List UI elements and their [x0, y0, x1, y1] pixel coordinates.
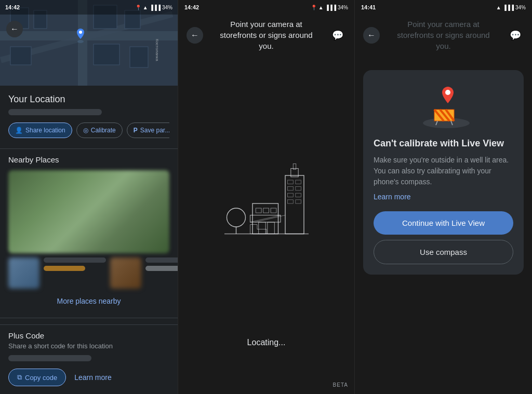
plus-code-title: Plus Code [8, 331, 169, 340]
location-address-blur [8, 109, 102, 115]
status-icons-panel3: ▲ ▐▐▐ 34% [496, 5, 526, 10]
location-icon: 📍 [135, 5, 141, 10]
wifi-icon-p2: ▲ [318, 5, 324, 10]
nearby-thumb-2 [110, 257, 141, 289]
dialog-learn-more[interactable]: Learn more [374, 193, 411, 201]
chat-icon-p2: 💬 [332, 30, 343, 41]
back-button-panel2[interactable]: ← [187, 27, 203, 44]
panel-cant-calibrate: 14:41 ▲ ▐▐▐ 34% ← Point your camera at s… [355, 0, 532, 394]
svg-point-46 [445, 90, 450, 95]
your-location-section: Your Location 👤 Share location ◎ Calibra… [0, 86, 178, 142]
camera-instruction: Point your camera at storefronts or sign… [203, 19, 329, 51]
time-panel1: 14:42 [5, 4, 20, 10]
learn-more-link-plus-code[interactable]: Learn more [74, 373, 112, 382]
chat-button-panel3[interactable]: 💬 [507, 27, 524, 44]
location-icon-p2: 📍 [311, 5, 317, 10]
divider-1 [0, 148, 178, 149]
nearby-places-section: Nearby Places [0, 155, 178, 289]
camera-instruction-p3: Point your camera at storefronts or sign… [380, 19, 507, 51]
use-compass-button[interactable]: Use compass [374, 240, 513, 264]
time-panel3: 14:41 [361, 4, 376, 10]
panel2-header: ← Point your camera at storefronts or si… [178, 15, 354, 60]
plus-code-actions: ⧉ Copy code Learn more [8, 369, 169, 386]
svg-rect-33 [287, 193, 293, 197]
back-icon-p3: ← [367, 31, 376, 40]
copy-code-button[interactable]: ⧉ Copy code [8, 369, 66, 386]
nearby-name-blur-1 [44, 257, 106, 263]
panel-your-location: Костоланка 14:42 📍 ▲ ▐▐▐ 34% ← Your Loca… [0, 0, 178, 394]
svg-point-13 [79, 31, 82, 34]
status-bar-panel2: 14:42 📍 ▲ ▐▐▐ 34% [178, 0, 354, 15]
dialog-description: Make sure you're outside in a well lit a… [374, 155, 513, 187]
share-label: Share location [25, 127, 65, 134]
chat-icon-p3: 💬 [510, 30, 521, 41]
svg-line-19 [250, 215, 281, 223]
save-label: Save par... [140, 127, 169, 134]
calibrate-label: Calibrate [91, 127, 116, 134]
share-icon: 👤 [15, 127, 23, 134]
nearby-rating-1 [44, 266, 85, 271]
nearby-info-1 [44, 257, 106, 289]
calibration-error-svg [413, 83, 475, 129]
status-bar-panel3: 14:41 ▲ ▐▐▐ 34% [355, 0, 532, 15]
parking-icon: P [134, 127, 138, 134]
svg-rect-21 [258, 222, 265, 234]
panel-locating: 14:42 📍 ▲ ▐▐▐ 34% ← Point your camera at… [178, 0, 355, 394]
battery-panel1: 34% [162, 5, 172, 10]
more-places-button[interactable]: More places nearby [0, 291, 178, 311]
divider-2 [0, 318, 178, 318]
dialog-illustration [374, 83, 513, 129]
svg-rect-10 [130, 47, 148, 67]
svg-rect-36 [295, 200, 301, 203]
nearby-rating-2 [145, 266, 178, 271]
time-panel2: 14:42 [184, 4, 199, 10]
nearby-main-image [8, 170, 169, 253]
beta-badge: BETA [333, 382, 348, 388]
locating-area: Locating... [178, 338, 354, 394]
battery-panel3: 34% [515, 5, 526, 10]
battery-panel2: 34% [338, 5, 348, 10]
plus-code-desc: Share a short code for this location [8, 342, 169, 350]
nearby-name-blur-2 [145, 257, 178, 263]
copy-label: Copy code [25, 374, 57, 382]
back-icon-p2: ← [191, 31, 199, 40]
share-location-button[interactable]: 👤 Share location [8, 123, 72, 138]
svg-rect-35 [287, 200, 293, 203]
calibrate-icon: ◎ [83, 127, 88, 134]
svg-rect-8 [10, 47, 31, 65]
wifi-icon: ▲ [143, 5, 148, 10]
continue-live-view-button[interactable]: Continue with Live View [374, 211, 513, 235]
building-illustration-area [178, 60, 354, 338]
status-icons-panel2: 📍 ▲ ▐▐▐ 34% [311, 5, 348, 10]
nearby-info-2 [145, 257, 178, 289]
wifi-icon-p3: ▲ [496, 5, 501, 10]
svg-rect-23 [256, 208, 261, 213]
panel3-header: ← Point your camera at storefronts or si… [355, 15, 532, 60]
svg-text:Костоланка: Костоланка [155, 39, 159, 61]
svg-point-15 [227, 208, 245, 227]
svg-rect-34 [295, 193, 301, 197]
chat-button-panel2[interactable]: 💬 [329, 27, 346, 44]
status-icons-panel1: 📍 ▲ ▐▐▐ 34% [135, 5, 172, 10]
status-bar-panel1: 14:42 📍 ▲ ▐▐▐ 34% [0, 0, 178, 15]
calibrate-button[interactable]: ◎ Calibrate [76, 123, 123, 138]
svg-rect-31 [287, 187, 293, 191]
signal-icon: ▐▐▐ [150, 5, 161, 10]
action-buttons: 👤 Share location ◎ Calibrate P Save par.… [8, 123, 169, 138]
nearby-place-row [8, 257, 169, 289]
svg-rect-29 [287, 180, 293, 184]
nearby-title: Nearby Places [8, 155, 169, 164]
plus-code-section: Plus Code Share a short code for this lo… [0, 324, 178, 392]
locating-text: Locating... [247, 338, 286, 363]
svg-rect-22 [267, 222, 274, 234]
back-button-panel3[interactable]: ← [363, 27, 380, 44]
content-scroll: Your Location 👤 Share location ◎ Calibra… [0, 86, 178, 394]
svg-rect-25 [271, 208, 276, 213]
svg-rect-30 [295, 180, 301, 184]
back-icon: ← [10, 24, 19, 34]
back-button-panel1[interactable]: ← [6, 21, 23, 37]
save-parking-button[interactable]: P Save par... [127, 123, 169, 138]
svg-rect-9 [94, 44, 119, 65]
svg-rect-24 [263, 208, 269, 213]
svg-rect-26 [285, 175, 304, 234]
